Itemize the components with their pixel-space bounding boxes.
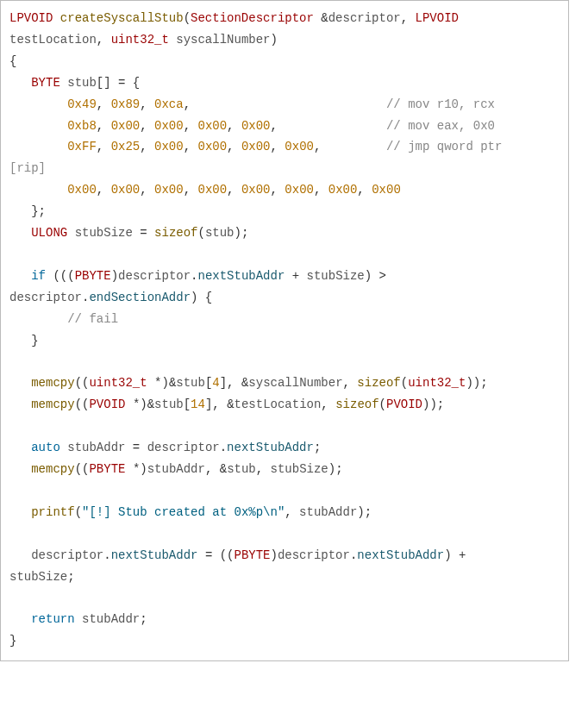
ret-type: LPVOID — [9, 11, 53, 25]
code-block: LPVOID createSyscallStub(SectionDescript… — [0, 0, 569, 661]
func-name: createSyscallStub — [60, 11, 184, 25]
